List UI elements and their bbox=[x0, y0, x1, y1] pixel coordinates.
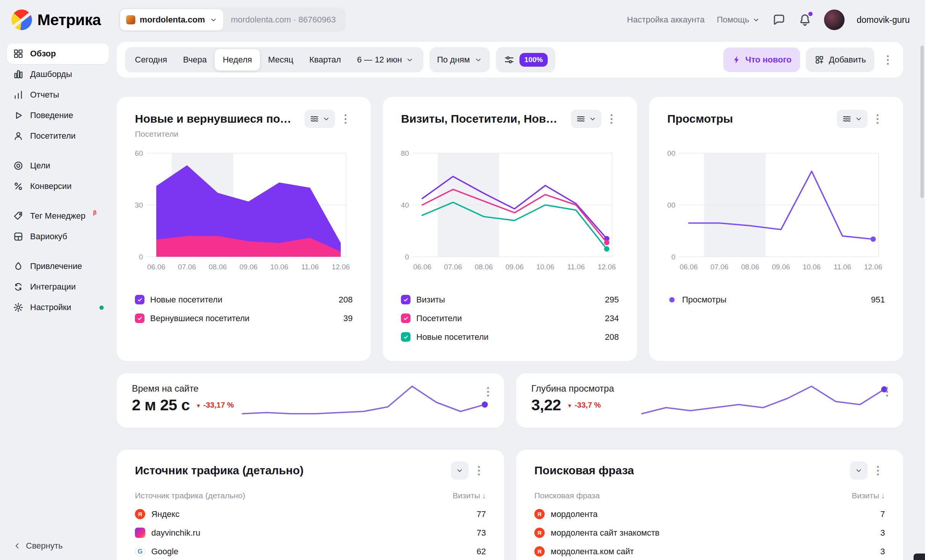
sidebar-item-overview-grid[interactable]: Обзор bbox=[7, 43, 109, 64]
sidebar-item-integrations[interactable]: Интеграции bbox=[7, 277, 109, 297]
chat-button[interactable] bbox=[772, 13, 786, 27]
legend-checkbox-icon[interactable] bbox=[135, 314, 144, 323]
top-header: Метрика mordolenta.com mordolenta.com · … bbox=[0, 0, 925, 40]
legend-checkbox-icon[interactable] bbox=[401, 295, 410, 304]
sidebar-item-behavior[interactable]: Поведение bbox=[7, 105, 109, 126]
date-range-select[interactable]: 6 — 12 июн bbox=[349, 49, 422, 70]
legend-dot-icon bbox=[669, 297, 675, 302]
legend-item[interactable]: Просмотры951 bbox=[667, 290, 885, 309]
sampling-control[interactable]: 100% bbox=[496, 47, 556, 72]
sidebar-item-settings[interactable]: Настройки bbox=[7, 297, 109, 318]
svg-text:0: 0 bbox=[139, 253, 143, 261]
table-row-value: 7 bbox=[880, 509, 885, 519]
goals-icon bbox=[13, 160, 24, 171]
legend-checkbox-icon[interactable] bbox=[135, 295, 144, 304]
card-menu-button[interactable] bbox=[880, 382, 894, 401]
table-row[interactable]: GGoogle62 bbox=[135, 542, 486, 560]
legend-checkbox-icon[interactable] bbox=[401, 314, 410, 323]
vertical-scrollbar[interactable] bbox=[920, 46, 924, 198]
metric-selector-button[interactable] bbox=[837, 110, 867, 128]
layered-lines-icon bbox=[842, 114, 852, 124]
table-col-visits-sort[interactable]: Визиты↓ bbox=[453, 491, 486, 500]
table-row[interactable]: Ямордолента.ком сайт3 bbox=[534, 542, 885, 560]
chevron-down-icon bbox=[589, 115, 596, 123]
legend-item[interactable]: Новые посетители208 bbox=[401, 328, 619, 346]
card-menu-button[interactable] bbox=[481, 382, 495, 401]
help-menu[interactable]: Помощь bbox=[717, 15, 760, 25]
tab-period[interactable]: Неделя bbox=[215, 49, 260, 70]
kpi-delta: -33,17 % bbox=[196, 401, 234, 410]
granularity-select[interactable]: По дням bbox=[430, 47, 490, 72]
sidebar-item-label: Обзор bbox=[30, 49, 56, 59]
card-title: Поисковая фраза bbox=[534, 464, 634, 477]
svg-text:06.06: 06.06 bbox=[680, 263, 698, 271]
sidebar-item-conversions[interactable]: Конверсии bbox=[7, 176, 109, 197]
svg-text:08.06: 08.06 bbox=[741, 263, 759, 271]
collapse-sidebar-button[interactable]: Свернуть bbox=[14, 541, 63, 551]
sidebar-item-label: Поведение bbox=[30, 110, 73, 120]
legend-item[interactable]: Новые посетители208 bbox=[135, 290, 353, 309]
search-phrase-card: Поисковая фраза Поисковая фраза Визиты↓ … bbox=[516, 450, 903, 560]
table-row-label: dayvinchik.ru bbox=[151, 528, 200, 538]
yandex-favicon-icon: Я bbox=[534, 528, 545, 538]
counter-selector[interactable]: mordolenta.com bbox=[120, 9, 223, 30]
metrika-logo[interactable]: Метрика bbox=[11, 10, 101, 30]
table-row-label: Google bbox=[151, 547, 178, 557]
sidebar-item-reports[interactable]: Отчеты bbox=[7, 85, 109, 105]
svg-text:11.06: 11.06 bbox=[568, 263, 585, 271]
tab-period[interactable]: Вчера bbox=[175, 49, 215, 70]
sidebar-item-goals[interactable]: Цели bbox=[7, 155, 109, 176]
add-label: Добавить bbox=[829, 55, 866, 65]
user-name[interactable]: domovik-guru bbox=[857, 15, 910, 25]
toolbar-menu-button[interactable] bbox=[880, 51, 895, 69]
legend-checkbox-icon[interactable] bbox=[401, 332, 410, 342]
card-title: Новые и вернувшиеся поль… bbox=[135, 112, 295, 125]
legend-item[interactable]: Визиты295 bbox=[401, 290, 619, 309]
tab-period[interactable]: Месяц bbox=[260, 49, 301, 70]
table-row[interactable]: ЯЯндекс77 bbox=[135, 505, 486, 523]
line-chart: 020040006.0607.0608.0609.0610.0611.0612.… bbox=[667, 147, 884, 274]
account-settings-link[interactable]: Настройка аккаунта bbox=[627, 15, 705, 25]
expand-button[interactable] bbox=[850, 461, 867, 480]
counter-switcher: mordolenta.com mordolenta.com · 86760963 bbox=[119, 8, 346, 32]
card-menu-button[interactable] bbox=[604, 110, 619, 128]
legend-label: Новые посетители bbox=[150, 295, 222, 305]
sidebar-item-dashboards[interactable]: Дашборды bbox=[7, 64, 109, 85]
sidebar-item-acquisition[interactable]: Привлечение bbox=[7, 256, 109, 277]
legend-label: Вернувшиеся посетители bbox=[150, 314, 250, 323]
add-widget-button[interactable]: Добавить bbox=[806, 48, 874, 72]
card-menu-button[interactable] bbox=[471, 461, 486, 480]
expand-button[interactable] bbox=[451, 461, 468, 480]
legend-item[interactable]: Посетители234 bbox=[401, 309, 619, 328]
sidebar-item-tag-manager[interactable]: Тег Менеджерβ bbox=[7, 206, 109, 226]
metric-selector-button[interactable] bbox=[571, 110, 601, 128]
legend-item[interactable]: Вернувшиеся посетители39 bbox=[135, 309, 353, 328]
sidebar-item-visitors[interactable]: Посетители bbox=[7, 126, 109, 146]
reports-icon bbox=[13, 90, 24, 100]
svg-text:12.06: 12.06 bbox=[864, 263, 882, 271]
avatar[interactable] bbox=[824, 10, 845, 30]
card-menu-button[interactable] bbox=[338, 110, 353, 128]
card-menu-button[interactable] bbox=[870, 461, 885, 480]
tab-period[interactable]: Сегодня bbox=[127, 49, 175, 70]
table-row[interactable]: Ямордолента7 bbox=[534, 505, 885, 523]
visits-visitors-card: Визиты, Посетители, Новые… 0408006.0607.… bbox=[383, 97, 637, 361]
svg-text:60: 60 bbox=[135, 149, 143, 157]
corner-widget bbox=[914, 554, 925, 560]
table-row-value: 77 bbox=[477, 509, 486, 519]
table-row[interactable]: Ямордолента сайт знакомств3 bbox=[534, 523, 885, 542]
table-row[interactable]: dayvinchik.ru73 bbox=[135, 523, 486, 542]
sparkline-chart bbox=[637, 382, 889, 418]
metric-selector-button[interactable] bbox=[305, 110, 335, 128]
legend-value: 208 bbox=[339, 295, 353, 305]
pageviews-card: Просмотры 020040006.0607.0608.0609.0610.… bbox=[649, 97, 903, 361]
notifications-button[interactable] bbox=[798, 13, 812, 27]
whats-new-button[interactable]: Что нового bbox=[723, 48, 800, 72]
status-dot bbox=[99, 306, 104, 310]
sidebar-item-variocube[interactable]: Вариокуб bbox=[7, 226, 109, 247]
card-menu-button[interactable] bbox=[870, 110, 885, 128]
table-col-visits-sort[interactable]: Визиты↓ bbox=[852, 491, 885, 500]
tab-period[interactable]: Квартал bbox=[301, 49, 349, 70]
sparkline-chart bbox=[238, 382, 489, 418]
sort-desc-icon: ↓ bbox=[482, 491, 486, 500]
